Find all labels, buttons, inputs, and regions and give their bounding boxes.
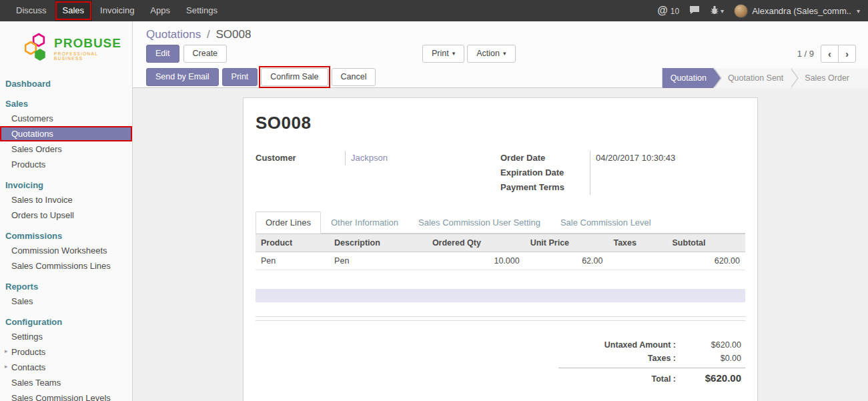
sidebar-item-config-products[interactable]: ▸ Products <box>0 344 132 360</box>
sidebar-item-label: Contacts <box>11 362 45 372</box>
activity-count-badge: 10 <box>671 7 679 16</box>
edit-button[interactable]: Edit <box>146 45 179 63</box>
chevron-down-icon: ▾ <box>503 49 506 59</box>
pager: 1 / 9 ‹ › <box>797 45 856 63</box>
top-menu-discuss[interactable]: Discuss <box>8 0 55 21</box>
sidebar-item-sales-orders[interactable]: Sales Orders <box>0 141 132 157</box>
activities-button[interactable]: @ 10 <box>657 5 679 17</box>
pager-previous-icon: ‹ <box>828 49 831 59</box>
sidebar-item-label: Sales Orders <box>11 144 62 154</box>
status-step-quotation-sent[interactable]: Quotation Sent <box>713 68 790 88</box>
top-menu-apps[interactable]: Apps <box>142 0 178 21</box>
totals-block: Untaxed Amount : $620.00 Taxes : $0.00 T… <box>558 338 745 386</box>
sidebar-item-label: Products <box>11 159 45 169</box>
sidebar-heading-sales[interactable]: Sales <box>0 97 132 111</box>
top-navbar: Discuss Sales Invoicing Apps Settings @ … <box>0 0 868 21</box>
order-line-product[interactable]: Pen <box>256 252 329 270</box>
print-dropdown-label: Print <box>432 49 449 59</box>
status-step-sales-order[interactable]: Sales Order <box>790 68 868 88</box>
sidebar-heading-configuration[interactable]: Configuration <box>0 315 132 329</box>
field-payment-terms: Payment Terms <box>500 180 745 195</box>
table-header-row: Product Description Ordered Qty Unit Pri… <box>256 234 745 252</box>
sidebar-item-label: Quotations <box>11 129 53 139</box>
print-dropdown-button[interactable]: Print ▾ <box>422 45 464 63</box>
pager-previous-button[interactable]: ‹ <box>821 45 839 63</box>
sidebar-item-customers[interactable]: Customers <box>0 111 132 126</box>
tab-sale-commission-level[interactable]: Sale Commission Level <box>550 212 661 234</box>
order-lines-table: Product Description Ordered Qty Unit Pri… <box>256 234 745 270</box>
sidebar-item-orders-to-upsell[interactable]: Orders to Upsell <box>0 208 132 223</box>
taxes-value: $0.00 <box>685 354 741 363</box>
at-icon: @ <box>657 5 668 17</box>
sidebar-item-label: Sales to Invoice <box>11 195 73 205</box>
untaxed-amount-label: Untaxed Amount : <box>558 340 685 350</box>
sidebar-item-commission-worksheets[interactable]: Commission Worksheets <box>0 243 132 258</box>
top-menu-sales[interactable]: Sales <box>55 0 93 21</box>
expand-caret-icon[interactable]: ▸ <box>5 363 8 370</box>
nav-group-invoicing: Invoicing Sales to Invoice Orders to Ups… <box>0 178 132 223</box>
debug-menu-button[interactable]: ▾ <box>710 5 724 17</box>
empty-line-highlight <box>256 289 745 302</box>
sidebar-item-report-sales[interactable]: Sales <box>0 294 132 309</box>
column-header-description: Description <box>329 234 427 252</box>
status-step-quotation[interactable]: Quotation <box>663 68 713 88</box>
record-title: SO008 <box>256 113 745 133</box>
sidebar-item-label: Sales Commission Levels <box>11 393 111 401</box>
field-label: Expiration Date <box>500 165 590 180</box>
user-menu-button[interactable]: Alexandra (Sales_comm.. ▾ <box>734 4 860 18</box>
sidebar-item-sales-teams[interactable]: Sales Teams <box>0 375 132 390</box>
top-menu-invoicing[interactable]: Invoicing <box>92 0 142 21</box>
main-area: Quotations / SO008 Edit Create Print ▾ A… <box>133 21 868 401</box>
confirm-sale-button[interactable]: Confirm Sale <box>261 68 328 86</box>
sidebar-item-label: Settings <box>11 332 43 342</box>
sidebar-item-config-contacts[interactable]: ▸ Contacts <box>0 360 132 375</box>
notebook-tabs: Order Lines Other Information Sales Comm… <box>256 212 745 234</box>
sidebar-heading-invoicing[interactable]: Invoicing <box>0 178 132 192</box>
expiration-date-value <box>590 165 745 180</box>
sidebar-heading-commissions[interactable]: Commissions <box>0 229 132 243</box>
breadcrumb-quotations-link[interactable]: Quotations <box>146 28 201 41</box>
customer-link[interactable]: Jackpson <box>345 151 500 165</box>
order-line-taxes <box>608 252 667 270</box>
action-dropdown-button[interactable]: Action ▾ <box>467 45 515 63</box>
sidebar-heading-dashboard[interactable]: Dashboard <box>0 77 132 91</box>
create-button[interactable]: Create <box>183 45 228 63</box>
sidebar-item-quotations[interactable]: Quotations <box>0 126 132 141</box>
sidebar-item-sales-commissions-lines[interactable]: Sales Commissions Lines <box>0 258 132 274</box>
order-line-ordered-qty: 10.000 <box>427 252 525 270</box>
separator-rule <box>256 320 745 321</box>
column-header-product: Product <box>256 234 329 252</box>
action-dropdowns: Print ▾ Action ▾ <box>422 45 516 63</box>
pager-next-button[interactable]: › <box>838 45 856 63</box>
sidebar-item-settings[interactable]: Settings <box>0 329 132 344</box>
tab-sales-commission-user-setting[interactable]: Sales Commission User Setting <box>408 212 550 234</box>
sidebar-item-sales-commission-levels[interactable]: Sales Commission Levels <box>0 390 132 401</box>
separator-rule <box>256 316 745 317</box>
column-header-unit-price: Unit Price <box>525 234 608 252</box>
payment-terms-value <box>590 180 745 195</box>
bug-icon <box>710 5 719 17</box>
chevron-down-icon: ▾ <box>857 7 860 15</box>
expand-caret-icon[interactable]: ▸ <box>5 348 8 354</box>
messages-button[interactable] <box>689 5 700 17</box>
top-menu-settings[interactable]: Settings <box>178 0 226 21</box>
sidebar-heading-reports[interactable]: Reports <box>0 280 132 294</box>
cancel-button[interactable]: Cancel <box>332 68 376 86</box>
avatar <box>734 4 748 18</box>
field-group-left: Customer Jackpson <box>256 151 500 195</box>
user-name: Alexandra (Sales_comm.. <box>752 6 851 16</box>
sidebar-item-label: Customers <box>11 113 53 123</box>
tab-other-information[interactable]: Other Information <box>321 212 408 234</box>
nav-group-commissions: Commissions Commission Worksheets Sales … <box>0 229 132 274</box>
sidebar-item-sales-to-invoice[interactable]: Sales to Invoice <box>0 192 132 208</box>
tab-order-lines[interactable]: Order Lines <box>256 212 321 234</box>
order-line-unit-price: 62.00 <box>525 252 608 270</box>
order-line-row[interactable]: Pen Pen 10.000 62.00 620.00 <box>256 252 745 270</box>
print-button[interactable]: Print <box>222 68 258 86</box>
sidebar-item-products[interactable]: Products <box>0 157 132 172</box>
probuse-logo-icon <box>23 32 49 65</box>
order-date-value: 04/20/2017 10:30:43 <box>590 151 745 165</box>
field-expiration-date: Expiration Date <box>500 165 745 180</box>
top-menu: Discuss Sales Invoicing Apps Settings <box>8 0 226 21</box>
send-by-email-button[interactable]: Send by Email <box>146 68 219 86</box>
